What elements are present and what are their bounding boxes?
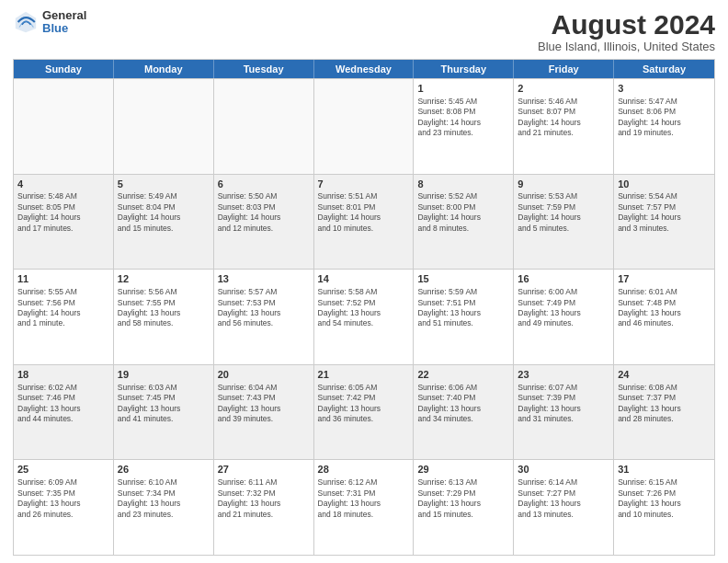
header-friday: Friday [514,60,614,78]
header: General Blue August 2024 Blue Island, Il… [13,9,715,53]
empty-cell-0-1 [114,79,214,174]
day-number-30: 30 [518,463,609,477]
day-number-18: 18 [17,368,109,382]
day-content-9: Sunrise: 5:53 AM Sunset: 7:59 PM Dayligh… [518,191,609,234]
header-wednesday: Wednesday [314,60,415,78]
day-content-4: Sunrise: 5:48 AM Sunset: 8:05 PM Dayligh… [17,191,109,234]
header-thursday: Thursday [414,60,514,78]
day-cell-27: 27Sunrise: 6:11 AM Sunset: 7:32 PM Dayli… [214,460,314,555]
day-content-7: Sunrise: 5:51 AM Sunset: 8:01 PM Dayligh… [318,191,410,234]
day-cell-17: 17Sunrise: 6:01 AM Sunset: 7:48 PM Dayli… [614,270,714,364]
day-content-6: Sunrise: 5:50 AM Sunset: 8:03 PM Dayligh… [218,191,310,234]
day-cell-22: 22Sunrise: 6:06 AM Sunset: 7:40 PM Dayli… [414,365,514,460]
day-number-10: 10 [618,178,711,191]
logo-general-text: General [42,9,86,22]
day-content-8: Sunrise: 5:52 AM Sunset: 8:00 PM Dayligh… [417,191,509,234]
day-content-10: Sunrise: 5:54 AM Sunset: 7:57 PM Dayligh… [618,191,711,234]
day-content-27: Sunrise: 6:11 AM Sunset: 7:32 PM Dayligh… [218,477,310,520]
day-content-12: Sunrise: 5:56 AM Sunset: 7:55 PM Dayligh… [118,287,210,329]
day-number-29: 29 [417,463,509,477]
day-content-31: Sunrise: 6:15 AM Sunset: 7:26 PM Dayligh… [618,477,711,520]
day-cell-19: 19Sunrise: 6:03 AM Sunset: 7:45 PM Dayli… [114,365,214,460]
day-number-6: 6 [218,178,310,191]
day-number-2: 2 [518,82,609,96]
header-sunday: Sunday [14,60,114,78]
day-number-7: 7 [318,178,410,191]
day-cell-1: 1Sunrise: 5:45 AM Sunset: 8:08 PM Daylig… [414,79,514,174]
day-cell-7: 7Sunrise: 5:51 AM Sunset: 8:01 PM Daylig… [314,175,415,270]
day-content-30: Sunrise: 6:14 AM Sunset: 7:27 PM Dayligh… [518,477,609,520]
logo-blue-text: Blue [42,22,86,35]
day-cell-14: 14Sunrise: 5:58 AM Sunset: 7:52 PM Dayli… [314,270,415,364]
header-saturday: Saturday [614,60,714,78]
day-number-17: 17 [618,272,711,286]
day-content-15: Sunrise: 5:59 AM Sunset: 7:51 PM Dayligh… [417,287,509,329]
day-cell-28: 28Sunrise: 6:12 AM Sunset: 7:31 PM Dayli… [314,460,415,555]
page-title: August 2024 [538,9,715,40]
day-content-3: Sunrise: 5:47 AM Sunset: 8:06 PM Dayligh… [618,97,711,139]
empty-cell-0-2 [214,79,314,174]
empty-cell-0-0 [14,79,114,174]
day-cell-20: 20Sunrise: 6:04 AM Sunset: 7:43 PM Dayli… [214,365,314,460]
day-cell-5: 5Sunrise: 5:49 AM Sunset: 8:04 PM Daylig… [114,175,214,270]
day-cell-4: 4Sunrise: 5:48 AM Sunset: 8:05 PM Daylig… [14,175,114,270]
week-row-3: 18Sunrise: 6:02 AM Sunset: 7:46 PM Dayli… [14,364,714,460]
day-cell-16: 16Sunrise: 6:00 AM Sunset: 7:49 PM Dayli… [514,270,614,364]
day-content-2: Sunrise: 5:46 AM Sunset: 8:07 PM Dayligh… [518,97,609,139]
day-cell-15: 15Sunrise: 5:59 AM Sunset: 7:51 PM Dayli… [414,270,514,364]
day-cell-30: 30Sunrise: 6:14 AM Sunset: 7:27 PM Dayli… [514,460,614,555]
day-cell-29: 29Sunrise: 6:13 AM Sunset: 7:29 PM Dayli… [414,460,514,555]
day-number-21: 21 [318,368,410,382]
day-content-22: Sunrise: 6:06 AM Sunset: 7:40 PM Dayligh… [417,383,509,425]
day-content-23: Sunrise: 6:07 AM Sunset: 7:39 PM Dayligh… [518,383,609,425]
day-number-24: 24 [618,368,711,382]
logo-text: General Blue [42,9,86,36]
day-number-9: 9 [518,178,609,191]
title-block: August 2024 Blue Island, Illinois, Unite… [538,9,715,53]
day-content-13: Sunrise: 5:57 AM Sunset: 7:53 PM Dayligh… [218,287,310,329]
day-content-19: Sunrise: 6:03 AM Sunset: 7:45 PM Dayligh… [118,383,210,425]
week-row-0: 1Sunrise: 5:45 AM Sunset: 8:08 PM Daylig… [14,78,714,174]
header-tuesday: Tuesday [214,60,314,78]
day-number-19: 19 [118,368,210,382]
calendar-body: 1Sunrise: 5:45 AM Sunset: 8:08 PM Daylig… [14,78,714,555]
logo-icon [13,9,39,35]
empty-cell-0-3 [314,79,415,174]
day-number-25: 25 [17,463,109,477]
day-number-13: 13 [218,272,310,286]
day-content-24: Sunrise: 6:08 AM Sunset: 7:37 PM Dayligh… [618,383,711,425]
day-number-3: 3 [618,82,711,96]
day-number-4: 4 [17,178,109,191]
day-content-5: Sunrise: 5:49 AM Sunset: 8:04 PM Dayligh… [118,191,210,234]
day-content-26: Sunrise: 6:10 AM Sunset: 7:34 PM Dayligh… [118,477,210,520]
day-number-26: 26 [118,463,210,477]
day-content-1: Sunrise: 5:45 AM Sunset: 8:08 PM Dayligh… [417,97,509,139]
day-content-18: Sunrise: 6:02 AM Sunset: 7:46 PM Dayligh… [17,383,109,425]
calendar-header: Sunday Monday Tuesday Wednesday Thursday… [14,60,714,78]
day-cell-13: 13Sunrise: 5:57 AM Sunset: 7:53 PM Dayli… [214,270,314,364]
day-content-29: Sunrise: 6:13 AM Sunset: 7:29 PM Dayligh… [417,477,509,520]
day-cell-31: 31Sunrise: 6:15 AM Sunset: 7:26 PM Dayli… [614,460,714,555]
day-cell-10: 10Sunrise: 5:54 AM Sunset: 7:57 PM Dayli… [614,175,714,270]
day-number-23: 23 [518,368,609,382]
day-number-14: 14 [318,272,410,286]
day-cell-2: 2Sunrise: 5:46 AM Sunset: 8:07 PM Daylig… [514,79,614,174]
day-cell-12: 12Sunrise: 5:56 AM Sunset: 7:55 PM Dayli… [114,270,214,364]
week-row-2: 11Sunrise: 5:55 AM Sunset: 7:56 PM Dayli… [14,269,714,364]
day-cell-8: 8Sunrise: 5:52 AM Sunset: 8:00 PM Daylig… [414,175,514,270]
day-cell-23: 23Sunrise: 6:07 AM Sunset: 7:39 PM Dayli… [514,365,614,460]
day-cell-9: 9Sunrise: 5:53 AM Sunset: 7:59 PM Daylig… [514,175,614,270]
day-number-22: 22 [417,368,509,382]
day-content-25: Sunrise: 6:09 AM Sunset: 7:35 PM Dayligh… [17,477,109,520]
day-number-12: 12 [118,272,210,286]
page: General Blue August 2024 Blue Island, Il… [0,0,728,563]
day-number-5: 5 [118,178,210,191]
day-number-8: 8 [417,178,509,191]
day-cell-11: 11Sunrise: 5:55 AM Sunset: 7:56 PM Dayli… [14,270,114,364]
day-content-11: Sunrise: 5:55 AM Sunset: 7:56 PM Dayligh… [17,287,109,329]
day-number-1: 1 [417,82,509,96]
day-cell-6: 6Sunrise: 5:50 AM Sunset: 8:03 PM Daylig… [214,175,314,270]
day-cell-3: 3Sunrise: 5:47 AM Sunset: 8:06 PM Daylig… [614,79,714,174]
week-row-1: 4Sunrise: 5:48 AM Sunset: 8:05 PM Daylig… [14,174,714,270]
day-cell-21: 21Sunrise: 6:05 AM Sunset: 7:42 PM Dayli… [314,365,415,460]
